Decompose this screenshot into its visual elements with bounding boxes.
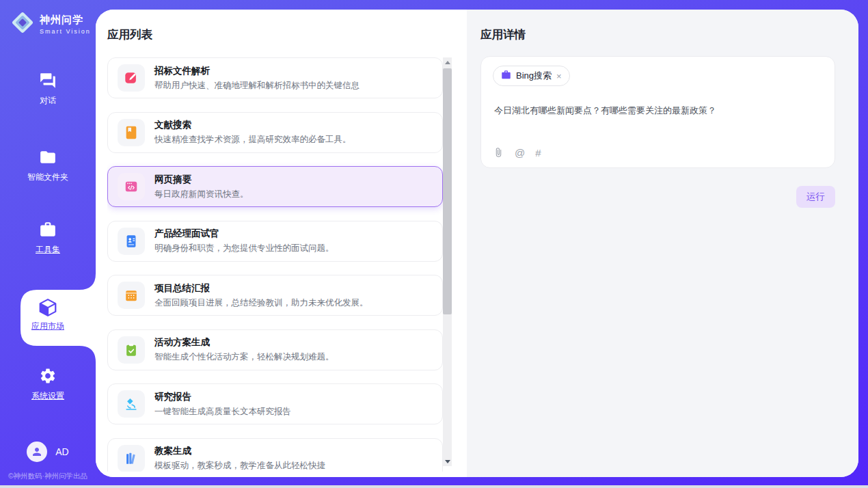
at-icon[interactable]: @ [515,147,525,159]
resume-icon [118,228,145,255]
brand-name: 神州问学 [40,14,91,27]
gear-icon [39,366,57,385]
brand: 神州问学 Smart Vision [0,10,96,38]
content-shell: 应用列表 招标文件解析 帮助用户快速、准确地理解和解析招标书中的关键信息 文献搜… [96,10,858,477]
brand-tagline: Smart Vision [40,28,91,35]
user-avatar-icon [27,442,47,462]
app-card-title: 网页摘要 [154,174,249,186]
book-icon [118,119,145,146]
scrollbar[interactable] [443,57,452,466]
scrollbar-thumb[interactable] [443,68,452,314]
brand-logo-icon [10,10,36,38]
books-icon [118,445,145,472]
paperclip-icon[interactable] [493,147,504,159]
app-card[interactable]: 教案生成 模板驱动，教案秒成，教学准备从此轻松快捷 [107,438,443,472]
app-card-title: 产品经理面试官 [154,228,334,240]
app-detail-panel: 应用详情 Bing搜索 × 今日湖北有哪些新闻要点？有哪些需要关注的最新政策？ … [467,10,858,477]
browser-code-icon [118,173,145,200]
app-card[interactable]: 产品经理面试官 明确身份和职责，为您提供专业性的面试问题。 [107,221,443,262]
tool-chip[interactable]: Bing搜索 × [493,66,570,86]
briefcase-icon [501,70,511,83]
app-card-title: 文献搜索 [154,119,351,131]
sidebar: 神州问学 Smart Vision 对话 智能文件夹 工具集 应用市场 系统设置… [0,0,96,488]
app-card-title: 项目总结汇报 [154,282,368,295]
app-card[interactable]: 项目总结汇报 全面回顾项目进展，总结经验教训，助力未来优化发展。 [107,275,443,316]
run-button[interactable]: 运行 [796,186,835,208]
sidebar-item-market[interactable]: 应用市场 [0,273,96,362]
app-list-panel: 应用列表 招标文件解析 帮助用户快速、准确地理解和解析招标书中的关键信息 文献搜… [96,10,467,477]
tool-chip-label: Bing搜索 [516,70,552,82]
bottom-strip [0,485,868,488]
hash-icon[interactable]: # [535,147,541,159]
app-card-desc: 模板驱动，教案秒成，教学准备从此轻松快捷 [154,460,325,472]
calendar-icon [118,282,145,309]
clipboard-check-icon [118,336,145,364]
app-card[interactable]: 招标文件解析 帮助用户快速、准确地理解和解析招标书中的关键信息 [107,57,443,98]
app-window: 神州问学 Smart Vision 对话 智能文件夹 工具集 应用市场 系统设置… [0,0,868,488]
copyright: ©神州数码·神州问学出品 [0,472,96,481]
composer-card[interactable]: Bing搜索 × 今日湖北有哪些新闻要点？有哪些需要关注的最新政策？ @ # [480,56,835,168]
app-card-desc: 帮助用户快速、准确地理解和解析招标书中的关键信息 [154,80,360,92]
app-card-desc: 智能生成个性化活动方案，轻松解决规划难题。 [154,351,334,363]
app-card[interactable]: 活动方案生成 智能生成个性化活动方案，轻松解决规划难题。 [107,329,443,370]
user-row[interactable]: AD [0,442,96,462]
sidebar-item-label: 智能文件夹 [27,172,68,183]
folder-icon [39,148,57,167]
app-card-title: 教案生成 [154,445,325,457]
prompt-text[interactable]: 今日湖北有哪些新闻要点？有哪些需要关注的最新政策？ [494,105,822,117]
app-list-title: 应用列表 [107,27,152,42]
active-tab-shape [16,273,96,362]
sidebar-item-tools[interactable]: 工具集 [0,220,96,256]
edit-square-icon [118,64,145,92]
scroll-down-icon[interactable] [443,457,452,466]
app-card-desc: 一键智能生成高质量长文本研究报告 [154,406,291,418]
sidebar-item-label: 应用市场 [31,321,64,332]
app-card[interactable]: 文献搜索 快速精准查找学术资源，提高研究效率的必备工具。 [107,112,443,153]
app-card-desc: 快速精准查找学术资源，提高研究效率的必备工具。 [154,134,351,146]
sidebar-item-folders[interactable]: 智能文件夹 [0,148,96,183]
microscope-icon [118,390,145,418]
chat-icon [39,71,57,90]
app-card[interactable]: 研究报告 一键智能生成高质量长文本研究报告 [107,383,443,424]
sidebar-item-chat[interactable]: 对话 [0,71,96,107]
app-card-desc: 明确身份和职责，为您提供专业性的面试问题。 [154,243,334,254]
user-label: AD [55,446,68,457]
toolbox-icon [39,220,57,239]
composer-tools: @ # [493,147,541,159]
app-card-title: 活动方案生成 [154,336,334,349]
app-card-title: 研究报告 [154,391,291,403]
sidebar-item-label: 对话 [40,95,56,107]
chip-close-icon[interactable]: × [556,72,562,81]
app-card-desc: 全面回顾项目进展，总结经验教训，助力未来优化发展。 [154,297,368,309]
app-card-list: 招标文件解析 帮助用户快速、准确地理解和解析招标书中的关键信息 文献搜索 快速精… [107,57,443,472]
sidebar-item-label: 系统设置 [31,390,64,402]
scroll-up-icon[interactable] [443,57,452,67]
app-card-title: 招标文件解析 [154,65,360,77]
app-detail-title: 应用详情 [480,27,526,42]
sidebar-item-label: 工具集 [36,244,60,256]
cube-icon [38,298,58,317]
sidebar-item-settings[interactable]: 系统设置 [0,366,96,402]
app-card-desc: 每日政府新闻资讯快查。 [154,189,249,200]
app-card[interactable]: 网页摘要 每日政府新闻资讯快查。 [107,166,443,207]
